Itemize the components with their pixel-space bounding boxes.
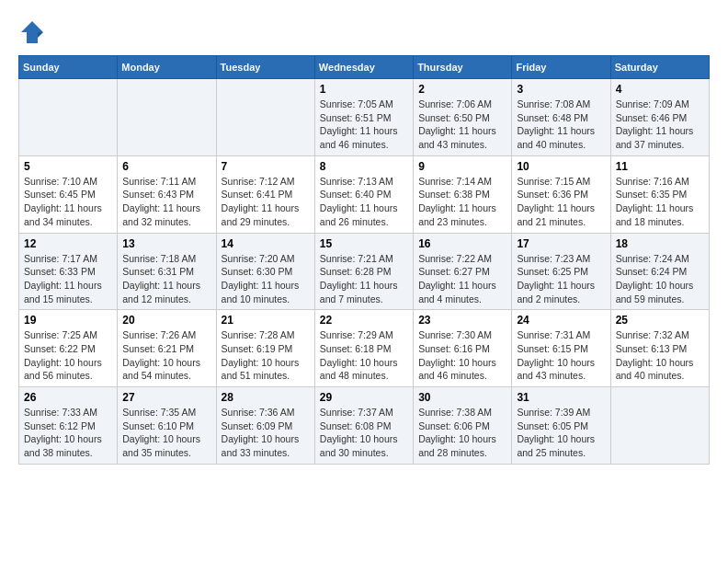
day-number: 31 (517, 391, 605, 404)
day-number: 17 (517, 237, 605, 250)
logo (18, 18, 50, 46)
calendar-day-cell (216, 79, 314, 156)
calendar-week-row: 12Sunrise: 7:17 AMSunset: 6:33 PMDayligh… (19, 233, 710, 310)
calendar-week-row: 26Sunrise: 7:33 AMSunset: 6:12 PMDayligh… (19, 387, 710, 465)
calendar-day-cell: 26Sunrise: 7:33 AMSunset: 6:12 PMDayligh… (19, 387, 118, 465)
svg-marker-1 (38, 32, 43, 38)
header-monday: Monday (118, 56, 216, 79)
day-info: Sunrise: 7:33 AMSunset: 6:12 PMDaylight:… (24, 406, 112, 460)
day-info: Sunrise: 7:29 AMSunset: 6:18 PMDaylight:… (320, 328, 408, 383)
calendar-day-cell: 11Sunrise: 7:16 AMSunset: 6:35 PMDayligh… (610, 155, 709, 233)
day-info: Sunrise: 7:22 AMSunset: 6:27 PMDaylight:… (418, 252, 506, 306)
calendar-day-cell: 28Sunrise: 7:36 AMSunset: 6:09 PMDayligh… (216, 387, 314, 465)
calendar-day-cell (19, 79, 118, 156)
day-number: 28 (222, 391, 310, 404)
calendar-day-cell: 29Sunrise: 7:37 AMSunset: 6:08 PMDayligh… (314, 387, 413, 465)
day-info: Sunrise: 7:35 AMSunset: 6:10 PMDaylight:… (122, 406, 210, 460)
day-info: Sunrise: 7:32 AMSunset: 6:13 PMDaylight:… (616, 328, 704, 383)
calendar-day-cell: 19Sunrise: 7:25 AMSunset: 6:22 PMDayligh… (19, 310, 118, 387)
day-info: Sunrise: 7:20 AMSunset: 6:30 PMDaylight:… (222, 252, 310, 306)
day-number: 25 (616, 314, 704, 327)
calendar-day-cell: 2Sunrise: 7:06 AMSunset: 6:50 PMDaylight… (414, 79, 512, 156)
day-number: 27 (122, 391, 210, 404)
calendar-day-cell: 30Sunrise: 7:38 AMSunset: 6:06 PMDayligh… (414, 387, 512, 465)
header-saturday: Saturday (610, 56, 709, 79)
day-number: 18 (616, 237, 704, 250)
day-number: 13 (122, 237, 210, 250)
day-info: Sunrise: 7:10 AMSunset: 6:45 PMDaylight:… (24, 175, 112, 229)
day-info: Sunrise: 7:30 AMSunset: 6:16 PMDaylight:… (418, 328, 506, 383)
calendar-day-cell: 14Sunrise: 7:20 AMSunset: 6:30 PMDayligh… (216, 233, 314, 310)
day-info: Sunrise: 7:37 AMSunset: 6:08 PMDaylight:… (320, 406, 408, 460)
day-info: Sunrise: 7:05 AMSunset: 6:51 PMDaylight:… (320, 98, 408, 152)
calendar-day-cell: 8Sunrise: 7:13 AMSunset: 6:40 PMDaylight… (314, 155, 413, 233)
day-number: 1 (320, 83, 408, 96)
calendar-day-cell: 3Sunrise: 7:08 AMSunset: 6:48 PMDaylight… (512, 79, 610, 156)
day-number: 2 (418, 83, 506, 96)
calendar-day-cell: 4Sunrise: 7:09 AMSunset: 6:46 PMDaylight… (610, 79, 709, 156)
day-info: Sunrise: 7:38 AMSunset: 6:06 PMDaylight:… (418, 406, 506, 460)
calendar-day-cell (610, 387, 709, 465)
day-info: Sunrise: 7:15 AMSunset: 6:36 PMDaylight:… (517, 175, 605, 229)
day-number: 6 (122, 160, 210, 173)
day-info: Sunrise: 7:18 AMSunset: 6:31 PMDaylight:… (122, 252, 210, 306)
calendar-day-cell: 25Sunrise: 7:32 AMSunset: 6:13 PMDayligh… (610, 310, 709, 387)
calendar-day-cell: 5Sunrise: 7:10 AMSunset: 6:45 PMDaylight… (19, 155, 118, 233)
day-number: 19 (24, 314, 112, 327)
day-info: Sunrise: 7:09 AMSunset: 6:46 PMDaylight:… (616, 98, 704, 152)
calendar-day-cell: 31Sunrise: 7:39 AMSunset: 6:05 PMDayligh… (512, 387, 610, 465)
day-info: Sunrise: 7:25 AMSunset: 6:22 PMDaylight:… (24, 328, 112, 383)
day-number: 5 (24, 160, 112, 173)
day-number: 26 (24, 391, 112, 404)
page-header (18, 18, 710, 46)
header-tuesday: Tuesday (216, 56, 314, 79)
day-number: 21 (222, 314, 310, 327)
calendar-day-cell: 21Sunrise: 7:28 AMSunset: 6:19 PMDayligh… (216, 310, 314, 387)
day-info: Sunrise: 7:12 AMSunset: 6:41 PMDaylight:… (222, 175, 310, 229)
calendar-table: SundayMondayTuesdayWednesdayThursdayFrid… (18, 55, 710, 465)
logo-icon (18, 18, 46, 46)
day-number: 30 (418, 391, 506, 404)
day-number: 23 (418, 314, 506, 327)
day-number: 12 (24, 237, 112, 250)
day-number: 16 (418, 237, 506, 250)
calendar-day-cell: 24Sunrise: 7:31 AMSunset: 6:15 PMDayligh… (512, 310, 610, 387)
calendar-day-cell: 23Sunrise: 7:30 AMSunset: 6:16 PMDayligh… (414, 310, 512, 387)
day-info: Sunrise: 7:06 AMSunset: 6:50 PMDaylight:… (418, 98, 506, 152)
day-number: 4 (616, 83, 704, 96)
calendar-day-cell: 12Sunrise: 7:17 AMSunset: 6:33 PMDayligh… (19, 233, 118, 310)
day-number: 22 (320, 314, 408, 327)
header-wednesday: Wednesday (314, 56, 413, 79)
day-info: Sunrise: 7:36 AMSunset: 6:09 PMDaylight:… (222, 406, 310, 460)
day-number: 24 (517, 314, 605, 327)
day-info: Sunrise: 7:39 AMSunset: 6:05 PMDaylight:… (517, 406, 605, 460)
day-info: Sunrise: 7:26 AMSunset: 6:21 PMDaylight:… (122, 328, 210, 383)
calendar-day-cell: 13Sunrise: 7:18 AMSunset: 6:31 PMDayligh… (118, 233, 216, 310)
calendar-day-cell: 20Sunrise: 7:26 AMSunset: 6:21 PMDayligh… (118, 310, 216, 387)
day-info: Sunrise: 7:17 AMSunset: 6:33 PMDaylight:… (24, 252, 112, 306)
header-friday: Friday (512, 56, 610, 79)
day-number: 11 (616, 160, 704, 173)
day-info: Sunrise: 7:08 AMSunset: 6:48 PMDaylight:… (517, 98, 605, 152)
calendar-week-row: 1Sunrise: 7:05 AMSunset: 6:51 PMDaylight… (19, 79, 710, 156)
calendar-day-cell: 18Sunrise: 7:24 AMSunset: 6:24 PMDayligh… (610, 233, 709, 310)
calendar-day-cell: 22Sunrise: 7:29 AMSunset: 6:18 PMDayligh… (314, 310, 413, 387)
calendar-day-cell: 27Sunrise: 7:35 AMSunset: 6:10 PMDayligh… (118, 387, 216, 465)
calendar-day-cell (118, 79, 216, 156)
day-number: 3 (517, 83, 605, 96)
day-number: 9 (418, 160, 506, 173)
day-number: 29 (320, 391, 408, 404)
day-info: Sunrise: 7:21 AMSunset: 6:28 PMDaylight:… (320, 252, 408, 306)
day-info: Sunrise: 7:13 AMSunset: 6:40 PMDaylight:… (320, 175, 408, 229)
day-info: Sunrise: 7:31 AMSunset: 6:15 PMDaylight:… (517, 328, 605, 383)
day-info: Sunrise: 7:16 AMSunset: 6:35 PMDaylight:… (616, 175, 704, 229)
day-info: Sunrise: 7:24 AMSunset: 6:24 PMDaylight:… (616, 252, 704, 306)
day-info: Sunrise: 7:14 AMSunset: 6:38 PMDaylight:… (418, 175, 506, 229)
day-info: Sunrise: 7:23 AMSunset: 6:25 PMDaylight:… (517, 252, 605, 306)
calendar-day-cell: 16Sunrise: 7:22 AMSunset: 6:27 PMDayligh… (414, 233, 512, 310)
calendar-day-cell: 6Sunrise: 7:11 AMSunset: 6:43 PMDaylight… (118, 155, 216, 233)
day-number: 20 (122, 314, 210, 327)
calendar-day-cell: 1Sunrise: 7:05 AMSunset: 6:51 PMDaylight… (314, 79, 413, 156)
header-sunday: Sunday (19, 56, 118, 79)
calendar-day-cell: 10Sunrise: 7:15 AMSunset: 6:36 PMDayligh… (512, 155, 610, 233)
